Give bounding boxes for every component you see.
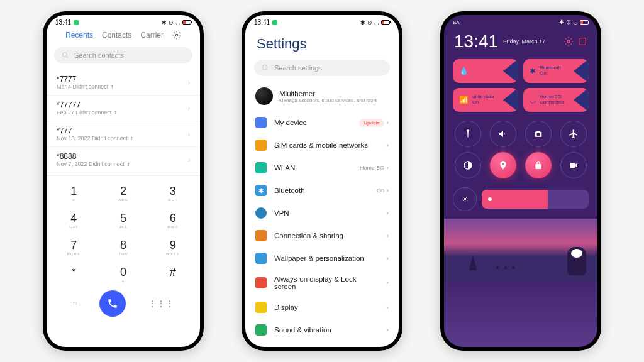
key-8[interactable]: 8TUV: [99, 234, 148, 261]
toggle-volume[interactable]: [490, 121, 516, 147]
settings-item-wlan[interactable]: WLANHome-5G ›: [245, 156, 399, 179]
rocket-icon: [469, 255, 477, 270]
settings-item-my-device[interactable]: My deviceUpdate›: [245, 111, 399, 134]
outgoing-icon: ↗: [113, 109, 119, 116]
settings-item-aod[interactable]: Always-on display & Lock screen›: [245, 270, 399, 296]
battery-icon: [182, 20, 191, 25]
figures-icon: ▲▲▲: [494, 263, 519, 270]
outgoing-icon: ↗: [109, 84, 116, 90]
settings-item-connection[interactable]: Connection & sharing›: [245, 224, 399, 247]
settings-item-wallpaper[interactable]: Wallpaper & personalization›: [245, 247, 399, 270]
key-0[interactable]: 0+: [99, 261, 148, 288]
toggle-lock[interactable]: [525, 152, 552, 178]
tab-contacts[interactable]: Contacts: [102, 31, 131, 40]
call-row[interactable]: *777Nov 13, 2022 Didn't connect↗ ›: [47, 121, 200, 147]
settings-list: My deviceUpdate› SIM cards & mobile netw…: [245, 111, 399, 347]
svg-point-3: [567, 40, 570, 43]
status-bar: 13:41 ✱ ⊙ ◡: [245, 15, 399, 27]
search-settings[interactable]: Search settings: [254, 60, 390, 76]
outgoing-icon: ↗: [129, 135, 135, 141]
search-placeholder: Search settings: [274, 64, 322, 72]
wifi-icon: ◡: [374, 19, 379, 26]
toggle-grid: [444, 114, 597, 185]
avatar: [255, 87, 273, 105]
toggle-camera[interactable]: [525, 121, 552, 147]
tile-data-saver[interactable]: 💧: [453, 59, 518, 83]
date: Friday, March 17: [503, 38, 545, 45]
chevron-right-icon: ›: [188, 156, 190, 163]
alarm-icon: ⊙: [169, 19, 174, 26]
phone-settings: 13:41 ✱ ⊙ ◡ Settings Search settings Miu…: [242, 11, 402, 351]
alarm-icon: ⊙: [367, 19, 372, 26]
search-placeholder: Search contacts: [74, 52, 124, 59]
battery-icon: [580, 20, 589, 25]
status-bar: 13:41 ✱ ⊙ ◡: [47, 15, 200, 27]
key-star[interactable]: *: [49, 261, 99, 288]
quick-tiles: 💧 ✱BluetoothOn 📶obile dataOn ◡Home-5GCon…: [444, 57, 597, 114]
chevron-right-icon: ›: [188, 105, 190, 112]
bt-icon: ✱: [559, 19, 564, 25]
drop-icon: 💧: [459, 67, 469, 75]
key-1[interactable]: 1∞: [49, 180, 99, 207]
settings-item-sound[interactable]: Sound & vibration›: [245, 319, 399, 341]
brightness-row: ☀: [444, 185, 597, 216]
toggle-video[interactable]: [560, 152, 587, 178]
settings-item-display[interactable]: Display›: [245, 296, 399, 319]
toggle-flashlight[interactable]: [455, 121, 481, 147]
svg-point-0: [175, 34, 178, 36]
gear-icon[interactable]: [172, 31, 181, 40]
chevron-right-icon: ›: [188, 79, 190, 86]
key-6[interactable]: 6MNO: [148, 207, 197, 234]
call-row[interactable]: *77777Feb 27 Didn't connect↗ ›: [47, 96, 200, 121]
settings-item-sim[interactable]: SIM cards & mobile networks›: [245, 134, 399, 156]
gear-icon[interactable]: [564, 36, 574, 47]
outgoing-icon: ↗: [126, 161, 132, 167]
call-row[interactable]: *8888Nov 7, 2022 Didn't connect↗ ›: [47, 147, 200, 173]
battery-icon: [381, 20, 390, 25]
wifi-icon: ◡: [175, 19, 180, 26]
tab-recents[interactable]: Recents: [65, 31, 93, 40]
bt-icon: ✱: [360, 19, 365, 26]
dialpad: 1∞ 2ABC 3DEF 4GHI 5JKL 6MNO 7PQRS 8TUV 9…: [47, 175, 200, 322]
key-hash[interactable]: #: [148, 261, 197, 288]
edit-icon[interactable]: [577, 36, 587, 47]
status-ea: EA: [453, 19, 460, 25]
search-icon: [262, 64, 269, 72]
key-7[interactable]: 7PQRS: [49, 234, 99, 261]
settings-item-bluetooth[interactable]: ✱BluetoothOn ›: [245, 179, 399, 202]
key-4[interactable]: 4GHI: [49, 207, 99, 234]
tile-bluetooth[interactable]: ✱BluetoothOn: [523, 59, 589, 83]
settings-item-vpn[interactable]: VPN›: [245, 202, 399, 224]
tile-wifi[interactable]: ◡Home-5GConnected: [523, 88, 589, 112]
account-row[interactable]: Miuithemer Manage accounts, cloud servic…: [245, 81, 399, 111]
phone-dialer: 13:41 ✱ ⊙ ◡ Recents Contacts Carrier Sea…: [43, 11, 204, 351]
clock: 13:41: [454, 31, 498, 52]
account-name: Miuithemer: [279, 90, 389, 97]
toggle-location[interactable]: [490, 152, 516, 178]
menu-icon[interactable]: ≡: [72, 299, 77, 309]
clock-row: 13:41 Friday, March 17: [444, 26, 597, 57]
account-sub: Manage accounts, cloud services, and mor…: [279, 97, 389, 103]
status-bar: EA ✱ ⊙ ◡: [444, 15, 597, 26]
key-3[interactable]: 3DEF: [148, 180, 197, 207]
brightness-slider[interactable]: [482, 190, 589, 209]
toggle-airplane[interactable]: [560, 121, 587, 147]
wifi-icon: ◡: [573, 19, 578, 25]
key-5[interactable]: 5JKL: [99, 207, 148, 234]
dialer-tabs: Recents Contacts Carrier: [47, 27, 200, 43]
astronaut-icon: [567, 247, 586, 275]
key-9[interactable]: 9WXYZ: [148, 234, 197, 261]
tab-carrier[interactable]: Carrier: [140, 31, 164, 40]
call-button[interactable]: [99, 290, 126, 317]
tile-mobile-data[interactable]: 📶obile dataOn: [453, 88, 518, 112]
bluetooth-icon: ✱: [530, 67, 536, 75]
toggle-contrast[interactable]: [455, 152, 481, 178]
call-row[interactable]: *7777Mar 4 Didn't connect↗ ›: [47, 70, 200, 96]
wallpaper-illustration: ▲▲▲: [444, 219, 597, 282]
alarm-icon: ⊙: [566, 19, 571, 25]
dialpad-icon[interactable]: ⋮⋮⋮: [148, 299, 174, 309]
search-contacts[interactable]: Search contacts: [54, 47, 192, 63]
brightness-icon[interactable]: ☀: [453, 187, 477, 211]
svg-point-2: [263, 65, 267, 70]
key-2[interactable]: 2ABC: [99, 180, 148, 207]
